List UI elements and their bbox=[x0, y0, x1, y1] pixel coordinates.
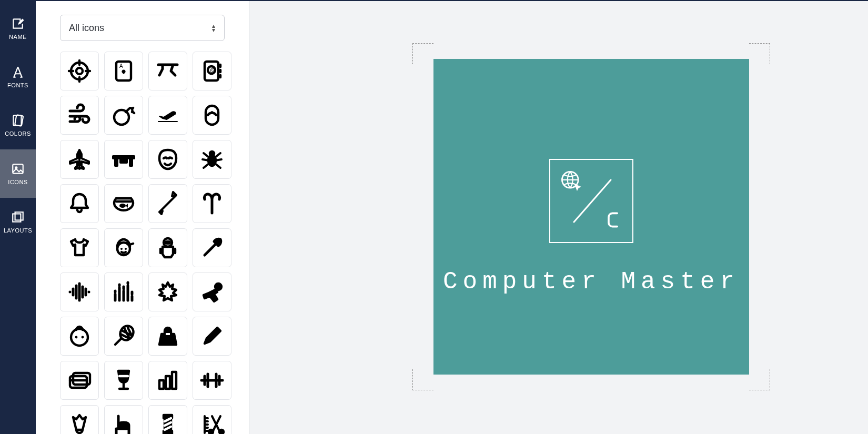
left-nav: NAME FONTS COLORS ICONS LAYOUTS bbox=[0, 1, 36, 434]
pen-icon[interactable] bbox=[193, 317, 231, 356]
icon-filter-select[interactable]: All icons bbox=[60, 15, 225, 41]
svg-text:@: @ bbox=[210, 66, 216, 74]
svg-rect-2 bbox=[13, 164, 23, 173]
svg-point-38 bbox=[209, 430, 213, 434]
spider-icon[interactable] bbox=[193, 140, 231, 179]
bomb-icon[interactable] bbox=[104, 96, 143, 135]
aries-icon[interactable] bbox=[193, 184, 231, 223]
credit-cards-icon[interactable] bbox=[60, 361, 99, 400]
svg-point-25 bbox=[71, 329, 88, 346]
barbell-icon[interactable] bbox=[193, 361, 231, 400]
svg-point-21 bbox=[125, 248, 127, 250]
nav-colors[interactable]: COLORS bbox=[0, 101, 36, 149]
svg-point-15 bbox=[211, 111, 213, 113]
canvas-area[interactable]: Computer Master bbox=[249, 1, 868, 434]
fishbowl-icon[interactable] bbox=[104, 184, 143, 223]
svg-rect-34 bbox=[172, 372, 176, 389]
tshirt-icon[interactable] bbox=[60, 228, 99, 267]
comb-scissors-icon[interactable] bbox=[193, 405, 231, 434]
svg-point-24 bbox=[215, 284, 221, 290]
airplane-window-icon[interactable] bbox=[193, 96, 231, 135]
svg-point-20 bbox=[120, 248, 123, 250]
font-icon bbox=[11, 65, 25, 79]
nav-label: COLORS bbox=[5, 130, 31, 137]
svg-point-26 bbox=[75, 336, 78, 339]
layouts-icon bbox=[11, 210, 25, 224]
svg-point-39 bbox=[219, 430, 224, 434]
nav-icons[interactable]: ICONS bbox=[0, 149, 36, 198]
shuttlecock-icon[interactable] bbox=[60, 405, 99, 434]
svg-rect-37 bbox=[164, 431, 172, 434]
bell-icon[interactable] bbox=[60, 184, 99, 223]
astronaut-icon[interactable] bbox=[148, 228, 187, 267]
icon-grid: A @ bbox=[60, 52, 236, 434]
airplane-takeoff-icon[interactable] bbox=[148, 96, 187, 135]
address-book-icon[interactable]: @ bbox=[193, 52, 231, 90]
nav-label: LAYOUTS bbox=[4, 227, 32, 234]
gymnast-icon[interactable] bbox=[148, 52, 187, 90]
svg-text:A: A bbox=[119, 63, 123, 69]
barber-pole-icon[interactable] bbox=[148, 405, 187, 434]
chair-icon[interactable] bbox=[104, 405, 143, 434]
crosshair-icon[interactable] bbox=[60, 52, 99, 90]
svg-point-18 bbox=[119, 204, 126, 208]
airplane-icon[interactable] bbox=[60, 140, 99, 179]
svg-rect-23 bbox=[165, 240, 171, 245]
tennis-racket-icon[interactable] bbox=[104, 317, 143, 356]
nav-layouts[interactable]: LAYOUTS bbox=[0, 198, 36, 246]
svg-point-27 bbox=[82, 336, 84, 339]
audio-wave-icon[interactable] bbox=[60, 272, 99, 311]
edit-icon bbox=[11, 17, 25, 31]
icon-panel: All icons ▴▾ A @ bbox=[36, 1, 249, 434]
logo-text[interactable]: Computer Master bbox=[443, 268, 740, 296]
svg-rect-33 bbox=[166, 376, 170, 389]
image-icon bbox=[11, 162, 25, 176]
palette-icon bbox=[11, 114, 25, 127]
svg-rect-1 bbox=[15, 115, 23, 126]
svg-point-7 bbox=[76, 68, 83, 74]
table-furniture-icon[interactable] bbox=[104, 140, 143, 179]
arrow-icon[interactable] bbox=[148, 184, 187, 223]
logo-artboard[interactable]: Computer Master bbox=[433, 59, 749, 375]
svg-rect-32 bbox=[159, 380, 164, 389]
baby-face-icon[interactable] bbox=[60, 317, 99, 356]
equalizer-icon[interactable] bbox=[104, 272, 143, 311]
nav-name[interactable]: NAME bbox=[0, 4, 36, 53]
anonymous-mask-icon[interactable] bbox=[148, 140, 187, 179]
svg-point-17 bbox=[210, 152, 214, 156]
wind-icon[interactable] bbox=[60, 96, 99, 135]
nav-label: ICONS bbox=[8, 179, 27, 185]
maple-leaf-icon[interactable] bbox=[148, 272, 187, 311]
icon-scroll[interactable]: A @ bbox=[41, 52, 244, 434]
handbag-icon[interactable] bbox=[148, 317, 187, 356]
crawl-person-icon[interactable] bbox=[193, 272, 231, 311]
nav-label: FONTS bbox=[7, 82, 28, 88]
logo-mark[interactable] bbox=[549, 159, 633, 243]
axe-icon[interactable] bbox=[193, 228, 231, 267]
icon-filter-dropdown[interactable]: All icons ▴▾ bbox=[60, 15, 225, 41]
ace-card-icon[interactable]: A bbox=[104, 52, 143, 90]
nav-fonts[interactable]: FONTS bbox=[0, 53, 36, 101]
nav-label: NAME bbox=[9, 34, 27, 40]
wine-glass-icon[interactable] bbox=[104, 361, 143, 400]
svg-rect-29 bbox=[166, 333, 170, 335]
logo-letter bbox=[604, 207, 623, 233]
boy-cap-icon[interactable] bbox=[104, 228, 143, 267]
bar-chart-icon[interactable] bbox=[148, 361, 187, 400]
